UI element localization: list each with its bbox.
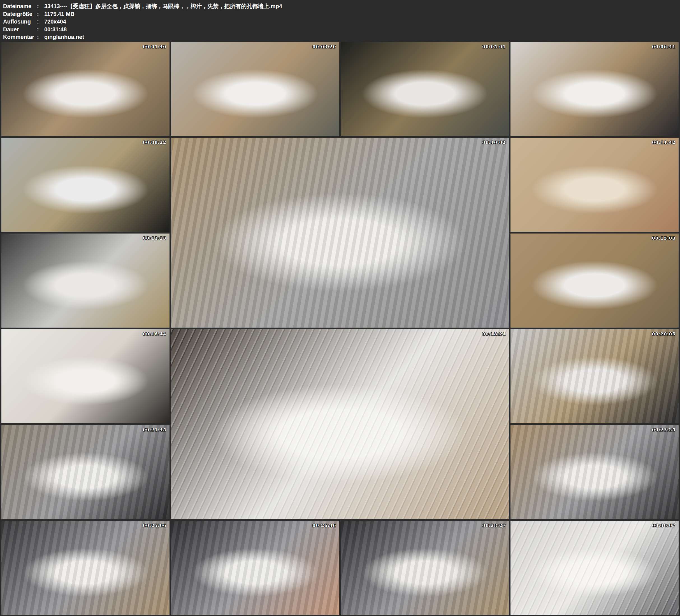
thumbnail-timestamp: 00:23:25 [652,427,676,432]
meta-row-duration: Dauer : 00:31:48 [3,26,677,34]
file-metadata-header: Dateiname : 33413----【受虐狂】多层全包，贞操锁，捆绑，马眼… [0,0,680,42]
video-thumbnail-large: 00:18:24 [171,329,509,519]
thumbnail-grid: 00:01:40 00:03:20 00:05:01 00:06:41 00:0… [0,42,680,616]
contact-sheet: Dateiname : 33413----【受虐狂】多层全包，贞操锁，捆绑，马眼… [0,0,680,616]
video-thumbnail: 00:01:40 [1,42,170,136]
metadata-label: Auflösung [3,18,37,26]
resolution-value: 720x404 [44,18,677,26]
thumbnail-timestamp: 00:16:44 [143,331,166,336]
thumbnail-timestamp: 00:11:42 [652,140,676,145]
video-thumbnail: 00:21:45 [1,425,170,519]
video-thumbnail: 00:15:03 [510,234,679,328]
duration-value: 00:31:48 [44,26,677,34]
thumbnail-timestamp: 00:21:45 [143,427,166,432]
metadata-label: Dauer [3,26,37,34]
metadata-separator: : [37,18,44,26]
video-thumbnail-large: 00:10:02 [171,138,509,328]
thumbnail-timestamp: 00:28:27 [482,523,506,528]
metadata-separator: : [37,33,44,41]
video-thumbnail: 00:03:20 [171,42,339,136]
metadata-separator: : [37,2,44,10]
comment-value: qinglanhua.net [44,33,677,41]
video-thumbnail: 00:11:42 [510,138,679,232]
thumbnail-timestamp: 00:03:20 [312,44,336,49]
metadata-separator: : [37,26,44,34]
thumbnail-timestamp: 00:13:23 [143,235,166,241]
video-thumbnail: 00:28:27 [341,521,509,615]
thumbnail-timestamp: 00:20:05 [652,331,676,336]
video-thumbnail: 00:23:25 [510,425,679,519]
video-thumbnail: 00:30:07 [510,521,679,615]
meta-row-filename: Dateiname : 33413----【受虐狂】多层全包，贞操锁，捆绑，马眼… [3,2,677,10]
thumbnail-timestamp: 00:18:24 [482,331,506,336]
video-thumbnail: 00:16:44 [1,329,170,423]
thumbnail-timestamp: 00:26:46 [312,523,336,528]
metadata-label: Dateigröße [3,10,37,18]
video-thumbnail: 00:26:46 [171,521,339,615]
metadata-label: Kommentar [3,33,37,41]
meta-row-resolution: Auflösung : 720x404 [3,18,677,26]
thumbnail-timestamp: 00:10:02 [482,140,506,145]
meta-row-comment: Kommentar : qinglanhua.net [3,33,677,41]
thumbnail-timestamp: 00:08:22 [143,140,166,145]
video-thumbnail: 00:06:41 [510,42,679,136]
video-thumbnail: 00:20:05 [510,329,679,423]
filesize-value: 1175.41 MB [44,10,677,18]
thumbnail-timestamp: 00:06:41 [652,44,676,49]
thumbnail-timestamp: 00:05:01 [482,44,506,49]
metadata-label: Dateiname [3,2,37,10]
video-thumbnail: 00:08:22 [1,138,170,232]
video-thumbnail: 00:25:06 [1,521,170,615]
thumbnail-timestamp: 00:15:03 [652,235,676,241]
metadata-separator: : [37,10,44,18]
thumbnail-timestamp: 00:01:40 [143,44,166,49]
thumbnail-timestamp: 00:25:06 [143,523,166,528]
video-thumbnail: 00:05:01 [341,42,509,136]
video-thumbnail: 00:13:23 [1,234,170,328]
filename-value: 33413----【受虐狂】多层全包，贞操锁，捆绑，马眼棒，，榨汁，失禁，把所有… [44,2,677,10]
thumbnail-timestamp: 00:30:07 [652,523,676,528]
meta-row-filesize: Dateigröße : 1175.41 MB [3,10,677,18]
